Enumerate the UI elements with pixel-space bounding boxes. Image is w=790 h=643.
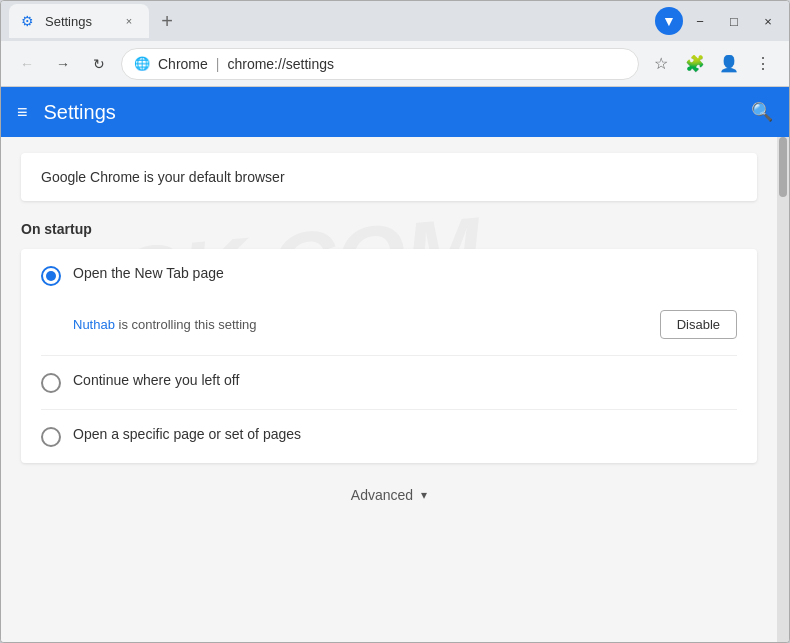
advanced-label: Advanced [351, 487, 413, 503]
settings-tab-label: Settings [45, 14, 92, 29]
nuthab-link[interactable]: Nuthab [73, 317, 115, 332]
url-path: chrome://settings [227, 56, 334, 72]
url-domain: Chrome [158, 56, 208, 72]
addressbar: ← → ↻ 🌐 Chrome | chrome://settings ☆ 🧩 👤… [1, 41, 789, 87]
hamburger-menu-icon[interactable]: ≡ [17, 102, 28, 123]
startup-option-specific[interactable]: Open a specific page or set of pages [21, 410, 757, 463]
download-button[interactable]: ▼ [655, 7, 683, 35]
back-button[interactable]: ← [13, 50, 41, 78]
content-wrapper: RISK.COM Google Chrome is your default b… [1, 137, 789, 642]
advanced-arrow-icon: ▾ [421, 488, 427, 502]
titlebar: ⚙ Settings × + ▼ − □ × [1, 1, 789, 41]
bookmark-icon[interactable]: ☆ [647, 50, 675, 78]
url-bar[interactable]: 🌐 Chrome | chrome://settings [121, 48, 639, 80]
startup-option-newtab[interactable]: Open the New Tab page [21, 249, 757, 302]
startup-option-newtab-label: Open the New Tab page [73, 265, 224, 281]
settings-content: RISK.COM Google Chrome is your default b… [1, 137, 777, 642]
scrollbar[interactable] [777, 137, 789, 642]
menu-icon[interactable]: ⋮ [749, 50, 777, 78]
new-tab-button[interactable]: + [153, 7, 181, 35]
on-startup-section-title: On startup [21, 221, 757, 237]
window-controls: − □ × [687, 8, 781, 34]
startup-option-continue[interactable]: Continue where you left off [21, 356, 757, 409]
nuthab-message-suffix: is controlling this setting [115, 317, 257, 332]
default-browser-text: Google Chrome is your default browser [41, 169, 285, 185]
profile-icon[interactable]: 👤 [715, 50, 743, 78]
startup-option-continue-label: Continue where you left off [73, 372, 239, 388]
settings-header: ≡ Settings 🔍 [1, 87, 789, 137]
nuthab-message: Nuthab is controlling this setting [73, 317, 257, 332]
maximize-button[interactable]: □ [721, 8, 747, 34]
browser-window: ⚙ Settings × + ▼ − □ × ← → ↻ 🌐 Chrome | … [0, 0, 790, 643]
default-browser-card: Google Chrome is your default browser [21, 153, 757, 201]
url-favicon: 🌐 [134, 56, 150, 72]
forward-button[interactable]: → [49, 50, 77, 78]
extensions-icon[interactable]: 🧩 [681, 50, 709, 78]
radio-newtab-icon [41, 266, 61, 286]
refresh-button[interactable]: ↻ [85, 50, 113, 78]
radio-continue-icon [41, 373, 61, 393]
toolbar-icons: ☆ 🧩 👤 ⋮ [647, 50, 777, 78]
settings-tab-icon: ⚙ [21, 13, 37, 29]
radio-specific-icon [41, 427, 61, 447]
nuthab-notification-row: Nuthab is controlling this setting Disab… [21, 302, 757, 355]
tab-close-button[interactable]: × [121, 13, 137, 29]
settings-search-icon[interactable]: 🔍 [751, 101, 773, 123]
settings-page-title: Settings [44, 101, 735, 124]
startup-option-specific-label: Open a specific page or set of pages [73, 426, 301, 442]
settings-tab[interactable]: ⚙ Settings × [9, 4, 149, 38]
disable-button[interactable]: Disable [660, 310, 737, 339]
radio-newtab-inner [46, 271, 56, 281]
minimize-button[interactable]: − [687, 8, 713, 34]
close-button[interactable]: × [755, 8, 781, 34]
startup-card: Open the New Tab page Nuthab is controll… [21, 249, 757, 463]
advanced-section[interactable]: Advanced ▾ [1, 463, 777, 527]
scrollbar-thumb[interactable] [779, 137, 787, 197]
url-divider: | [216, 56, 220, 72]
